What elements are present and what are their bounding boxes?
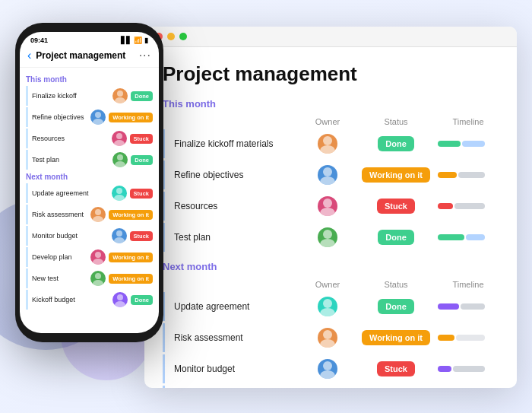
svg-point-12 (116, 230, 122, 237)
phone-row-kickoff[interactable]: Kickoff budget Done (26, 290, 153, 310)
phone-row-resources[interactable]: Resources Stuck (26, 129, 153, 148)
svg-point-29 (320, 308, 335, 316)
task-owner (301, 134, 354, 154)
avatar (318, 359, 337, 379)
phone-row-testplan[interactable]: Test plan Done (26, 150, 153, 170)
phone-row-refine[interactable]: Refine objectives Working on it (26, 107, 153, 127)
svg-point-8 (116, 188, 122, 194)
svg-point-30 (323, 330, 332, 339)
svg-point-28 (323, 299, 332, 308)
task-name: Risk assessment (174, 332, 301, 343)
task-status: Working on it (354, 167, 438, 183)
task-row-develop[interactable]: Develop communication plan Done (163, 386, 499, 388)
svg-point-9 (114, 195, 125, 201)
svg-point-25 (320, 208, 335, 216)
status-badge: Working on it (362, 330, 430, 345)
task-timeline (438, 203, 499, 209)
task-row-monitor[interactable]: Monitor budget Stuck (163, 354, 499, 383)
task-timeline (438, 335, 499, 341)
svg-point-33 (320, 370, 335, 379)
window-titlebar (144, 27, 517, 47)
task-name: Monitor budget (174, 364, 301, 374)
phone-task-label: Update agreement (32, 189, 112, 197)
svg-point-31 (320, 339, 335, 348)
phone-task-label: Risk assessment (32, 211, 90, 218)
phone-status-icons: ▋▋ 📶 ▮ (121, 37, 148, 44)
phone-this-month-label: This month (26, 75, 153, 84)
maximize-button[interactable] (179, 33, 187, 40)
svg-point-2 (95, 112, 101, 118)
minimize-button[interactable] (167, 33, 175, 40)
task-name: Resources (174, 201, 301, 211)
phone-row-newtest[interactable]: New test Working on it (26, 268, 153, 288)
task-status: Done (354, 299, 438, 314)
svg-point-16 (95, 273, 101, 279)
svg-point-15 (93, 259, 103, 265)
task-owner (301, 196, 354, 216)
status-badge: Done (378, 299, 414, 314)
svg-point-18 (117, 294, 123, 300)
task-owner (301, 165, 354, 185)
timeline-bar-2 (453, 366, 485, 372)
status-badge: Done (378, 230, 414, 245)
task-name: Test plan (174, 232, 301, 243)
timeline-bar-1 (438, 366, 451, 372)
task-status: Stuck (354, 361, 438, 376)
svg-point-32 (323, 361, 332, 370)
task-row-testplan[interactable]: Test plan Done (163, 223, 499, 252)
phone-menu-button[interactable]: ··· (139, 49, 151, 62)
status-badge: Stuck (130, 189, 153, 199)
svg-point-7 (115, 161, 125, 167)
avatar (112, 186, 127, 201)
avatar (318, 227, 337, 247)
phone-row-risk[interactable]: Risk assessment Working on it (26, 205, 153, 224)
phone-row-finalize[interactable]: Finalize kickoff Done (26, 86, 153, 106)
task-status: Done (354, 230, 438, 245)
task-row-refine[interactable]: Refine objectives Working on it (163, 160, 499, 189)
task-row-resources[interactable]: Resources Stuck (163, 192, 499, 221)
task-owner (301, 359, 354, 379)
timeline-bar-1 (438, 141, 461, 147)
phone-row-develop[interactable]: Develop plan Working on it (26, 247, 153, 267)
col-header-owner: Owner (301, 117, 354, 126)
phone-task-label: Monitor budget (32, 232, 112, 240)
task-timeline (438, 141, 499, 147)
window-content: Project management This month Owner Stat… (144, 47, 517, 388)
svg-point-27 (320, 239, 335, 247)
phone-row-update[interactable]: Update agreement Stuck (26, 183, 153, 203)
task-owner (301, 297, 354, 316)
timeline-bar-1 (438, 234, 464, 240)
back-button[interactable]: ‹ (27, 49, 31, 62)
svg-point-4 (116, 133, 122, 139)
avatar (318, 328, 337, 348)
col-header-status: Status (354, 280, 438, 289)
task-timeline (438, 172, 499, 178)
svg-point-11 (93, 216, 103, 222)
status-badge: Working on it (109, 253, 153, 262)
this-month-label: This month (163, 98, 499, 110)
task-row-finalize[interactable]: Finalize kickoff materials Done (163, 129, 499, 158)
status-badge: Done (131, 155, 153, 165)
status-badge: Working on it (109, 113, 153, 122)
phone-task-label: Kickoff budget (32, 296, 112, 303)
svg-point-26 (323, 230, 332, 239)
task-name: Finalize kickoff materials (174, 138, 301, 149)
status-badge: Working on it (109, 210, 153, 220)
avatar (112, 152, 128, 167)
task-name: Refine objectives (174, 170, 301, 180)
col-header-timeline: Timeline (438, 280, 499, 289)
svg-point-21 (320, 145, 335, 154)
avatar (112, 292, 128, 307)
avatar (318, 196, 337, 216)
phone-task-label: Test plan (32, 156, 112, 164)
phone-content: This month Finalize kickoff Done Refine … (20, 68, 159, 316)
task-status: Stuck (354, 199, 438, 214)
timeline-bar-1 (438, 203, 453, 209)
phone-row-monitor[interactable]: Monitor budget Stuck (26, 226, 153, 246)
task-owner (301, 227, 354, 247)
task-row-update[interactable]: Update agreement Done (163, 292, 499, 321)
task-row-risk[interactable]: Risk assessment Working on it (163, 323, 499, 352)
avatar (318, 134, 337, 154)
status-badge: Stuck (377, 361, 415, 376)
timeline-bar-2 (456, 335, 485, 341)
